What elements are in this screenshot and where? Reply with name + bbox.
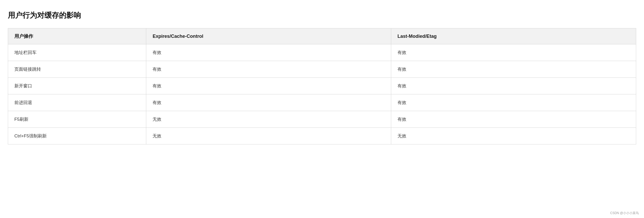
cell-operation: 前进回退 xyxy=(8,94,146,111)
cell-expires: 有效 xyxy=(146,61,391,78)
cell-lastmod: 有效 xyxy=(391,94,636,111)
cell-expires: 有效 xyxy=(146,78,391,94)
page-title: 用户行为对缓存的影响 xyxy=(8,10,636,20)
cell-lastmod: 有效 xyxy=(391,78,636,94)
cell-operation: Ctrl+F5强制刷新 xyxy=(8,128,146,144)
cache-table: 用户操作 Expires/Cache-Control Last-Modied/E… xyxy=(8,28,636,144)
table-row: 前进回退有效有效 xyxy=(8,94,636,111)
table-row: Ctrl+F5强制刷新无效无效 xyxy=(8,128,636,144)
cell-lastmod: 无效 xyxy=(391,128,636,144)
header-operation: 用户操作 xyxy=(8,28,146,44)
cell-operation: F5刷新 xyxy=(8,111,146,128)
cell-lastmod: 有效 xyxy=(391,44,636,61)
watermark: CSDN @小小小菜鸟 xyxy=(610,211,639,215)
header-lastmod: Last-Modied/Etag xyxy=(391,28,636,44)
table-row: F5刷新无效有效 xyxy=(8,111,636,128)
cell-operation: 新开窗口 xyxy=(8,78,146,94)
cell-operation: 地址栏回车 xyxy=(8,44,146,61)
cell-operation: 页面链接跳转 xyxy=(8,61,146,78)
table-row: 地址栏回车有效有效 xyxy=(8,44,636,61)
cell-lastmod: 有效 xyxy=(391,61,636,78)
header-expires: Expires/Cache-Control xyxy=(146,28,391,44)
table-row: 新开窗口有效有效 xyxy=(8,78,636,94)
cache-table-container: 用户操作 Expires/Cache-Control Last-Modied/E… xyxy=(8,28,636,144)
cell-expires: 无效 xyxy=(146,128,391,144)
cell-expires: 有效 xyxy=(146,94,391,111)
cell-expires: 有效 xyxy=(146,44,391,61)
cell-expires: 无效 xyxy=(146,111,391,128)
table-header-row: 用户操作 Expires/Cache-Control Last-Modied/E… xyxy=(8,28,636,44)
cell-lastmod: 有效 xyxy=(391,111,636,128)
table-row: 页面链接跳转有效有效 xyxy=(8,61,636,78)
